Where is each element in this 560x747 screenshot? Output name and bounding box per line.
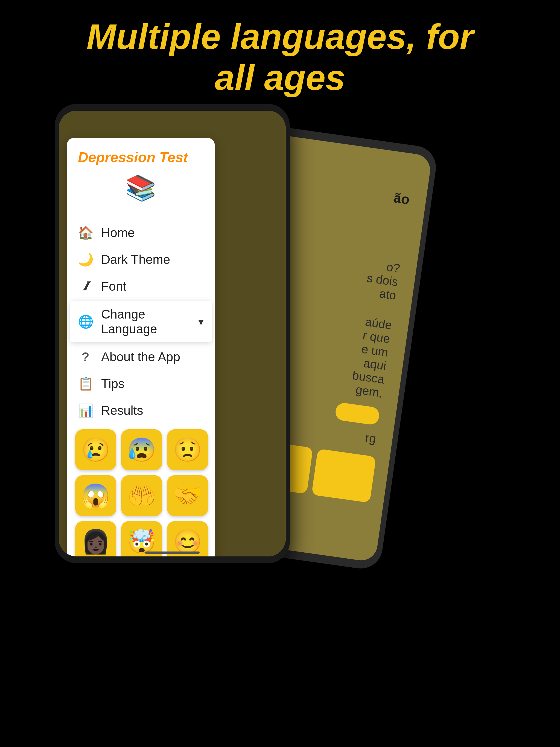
drawer-header: Depression Test 📚 xyxy=(67,138,215,219)
emotion-icon-hands: 🤲 xyxy=(127,482,156,509)
drawer-app-title: Depression Test xyxy=(78,149,204,165)
tips-icon: 📋 xyxy=(78,376,93,391)
home-label: Home xyxy=(101,225,135,240)
drawer-menu-items: 🏠 Home 🌙 Dark Theme 𝑰 Font 🌐 Change Lang… xyxy=(67,219,215,424)
emotion-tile-3[interactable]: 😟 xyxy=(167,429,208,470)
emotion-icon-mind-blown: 🤯 xyxy=(127,528,156,555)
emotion-icon-person-dark: 👩🏿 xyxy=(81,528,110,555)
emotion-icon-crying-man: 😰 xyxy=(127,436,156,463)
dark-theme-label: Dark Theme xyxy=(101,252,170,267)
drawer-item-tips[interactable]: 📋 Tips xyxy=(67,370,215,397)
emotion-tile-7[interactable]: 👩🏿 xyxy=(75,521,116,557)
hero-title-line2: all ages xyxy=(215,58,345,98)
results-icon: 📊 xyxy=(78,403,93,418)
emotion-tile-8[interactable]: 🤯 xyxy=(121,521,162,557)
drawer-item-results[interactable]: 📊 Results xyxy=(67,397,215,424)
emotion-icon-sad-woman: 😢 xyxy=(81,436,110,463)
phone-front: Depression Test 📚 🏠 Home 🌙 Dark Theme xyxy=(55,104,290,563)
drawer-item-change-language[interactable]: 🌐 Change Language ▾ xyxy=(70,301,212,342)
emotion-grid: 😢 😰 😟 😱 🤲 🤝 xyxy=(67,424,215,557)
drawer-item-dark-theme[interactable]: 🌙 Dark Theme xyxy=(67,246,215,273)
emotion-tile-6[interactable]: 🤝 xyxy=(167,475,208,516)
drawer-item-about[interactable]: ? About the App xyxy=(67,343,215,370)
font-label: Font xyxy=(101,279,126,294)
globe-icon: 🌐 xyxy=(78,314,93,329)
results-label: Results xyxy=(101,403,143,418)
hero-title: Multiple languages, for all ages xyxy=(0,17,560,98)
change-language-label: Change Language xyxy=(101,307,198,336)
nav-drawer: Depression Test 📚 🏠 Home 🌙 Dark Theme xyxy=(67,138,215,557)
home-icon: 🏠 xyxy=(78,225,93,240)
font-icon: 𝑰 xyxy=(78,279,93,294)
chevron-down-icon: ▾ xyxy=(198,315,204,328)
emotion-tile-1[interactable]: 😢 xyxy=(75,429,116,470)
emotion-tile-2[interactable]: 😰 xyxy=(121,429,162,470)
drawer-divider xyxy=(78,208,204,208)
phone-home-bar xyxy=(145,551,200,554)
tips-label: Tips xyxy=(101,376,124,391)
about-label: About the App xyxy=(101,350,180,364)
drawer-item-font[interactable]: 𝑰 Font xyxy=(67,273,215,300)
emotion-tile-4[interactable]: 😱 xyxy=(75,475,116,516)
emotion-icon-shocked: 😱 xyxy=(81,482,110,509)
hero-title-line1: Multiple languages, for xyxy=(86,17,474,57)
drawer-app-icon: 📚 xyxy=(78,174,204,202)
drawer-item-home[interactable]: 🏠 Home xyxy=(67,219,215,246)
emotion-icon-happy: 😊 xyxy=(173,528,202,555)
question-icon: ? xyxy=(78,350,93,364)
emotion-tile-9[interactable]: 😊 xyxy=(167,521,208,557)
phone-front-screen: Depression Test 📚 🏠 Home 🌙 Dark Theme xyxy=(59,111,286,557)
moon-icon: 🌙 xyxy=(78,252,93,267)
emotion-tile-5[interactable]: 🤲 xyxy=(121,475,162,516)
emotion-icon-handshake: 🤝 xyxy=(173,482,202,509)
emotion-icon-worried: 😟 xyxy=(173,436,202,463)
